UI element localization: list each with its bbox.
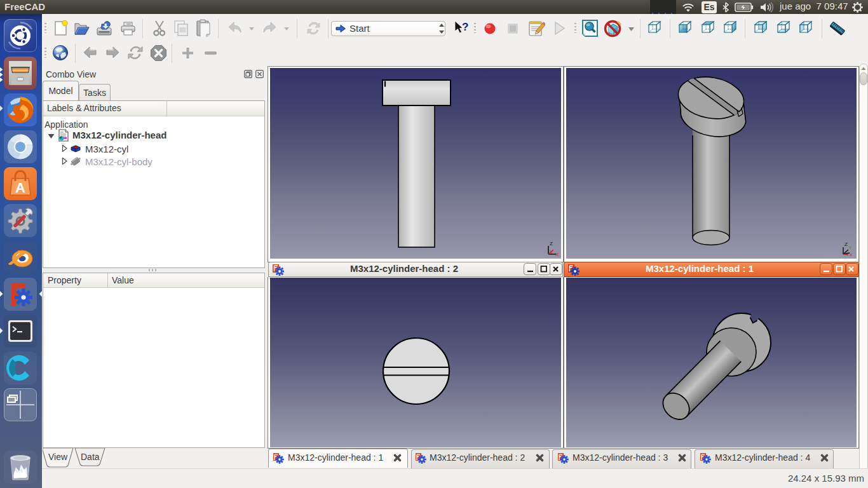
- svg-text:A: A: [15, 180, 25, 196]
- svg-text:Z: Z: [550, 241, 553, 247]
- svg-text:X: X: [555, 252, 559, 256]
- svg-text:Z: Z: [844, 241, 848, 247]
- svg-text:Data: Data: [81, 452, 100, 462]
- svg-text:?: ?: [462, 21, 468, 33]
- svg-text:x: x: [850, 252, 852, 256]
- svg-text:Y: Y: [848, 245, 852, 250]
- svg-text:Y: Y: [550, 249, 554, 255]
- svg-text:View: View: [48, 452, 68, 462]
